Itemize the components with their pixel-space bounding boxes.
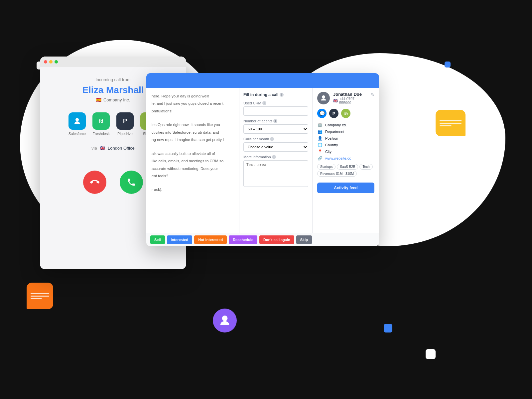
position-field: 👤 Position [317, 136, 374, 141]
chat-line-2: le, and I just saw you guys closed a rec… [152, 100, 234, 106]
call-actions [83, 171, 143, 194]
city-value: City [325, 150, 332, 154]
sell-button[interactable]: Sell [150, 235, 165, 244]
shopify-contact-icon[interactable]: 🛍 [341, 109, 350, 118]
company-name: Company Inc. [103, 97, 130, 102]
bubble-line [440, 125, 452, 126]
flag-icon: 🌐 [317, 143, 323, 147]
chat-line-11: r ask). [152, 187, 234, 193]
integration-salesforce[interactable]: Salesforce [68, 112, 86, 136]
country-value: Country [325, 143, 338, 147]
chat-line-4: les Ops role right now. It sounds like y… [152, 122, 234, 128]
chat-line-7: alk was actually built to alleviate all … [152, 151, 234, 157]
crm-body: here. Hope your day is going well! le, a… [146, 88, 379, 233]
chat-line-9: accurate without monitoring. Does your [152, 166, 234, 172]
accept-button[interactable] [120, 171, 143, 194]
tag-saas: SaaS B2B [337, 164, 358, 170]
contact-info: Jonathan Doe 🇬🇧 +44 0797 555999 [333, 92, 367, 105]
website-field: 🔗 www.website.cc [317, 156, 374, 161]
department-field: 👥 Department [317, 129, 374, 134]
chat-line-5: ctivities into Salesforce, scrub data, a… [152, 129, 234, 135]
calls-select[interactable]: Choose a value [243, 142, 308, 152]
more-info-label: More information i [243, 155, 308, 159]
skip-button[interactable]: Skip [296, 235, 312, 244]
info-icon-crm: i [262, 101, 266, 105]
pipedrive-icon: P [116, 112, 134, 130]
company-value: Company ltd. [325, 123, 347, 127]
agents-label: Number of agents i [243, 119, 308, 123]
agents-select[interactable]: 50 – 100 [243, 124, 308, 134]
country-field: 🌐 Country [317, 143, 374, 147]
company-flag: 🇪🇸 [96, 97, 101, 102]
user-avatar-circle [213, 309, 237, 332]
social-icons-row: 💬 P 🛍 [317, 109, 374, 118]
bubble-line [31, 293, 49, 294]
decline-button[interactable] [83, 171, 106, 194]
incoming-label: Incoming call from [95, 77, 130, 82]
more-info-textarea[interactable] [243, 160, 308, 187]
deco-square-3 [466, 90, 475, 99]
freshdesk-label: Freshdesk [92, 132, 109, 136]
minimize-dot [49, 60, 53, 64]
chat-bubble-orange [27, 283, 53, 309]
interested-button[interactable]: Interested [167, 235, 193, 244]
tags-row: Startups SaaS B2B Tech Revenues $1M - $1… [317, 164, 374, 177]
calls-label: Calls per month i [243, 137, 308, 141]
crm-window: here. Hope your day is going well! le, a… [146, 73, 379, 246]
integration-freshdesk[interactable]: fd Freshdesk [92, 112, 110, 136]
link-icon: 🔗 [317, 156, 323, 161]
messenger-icon[interactable]: 💬 [317, 109, 327, 118]
activity-feed-button[interactable]: Activity feed [317, 183, 374, 193]
website-value: www.website.cc [325, 156, 351, 160]
reschedule-button[interactable]: Reschedule [229, 235, 257, 244]
contact-name: Jonathan Doe [333, 92, 367, 97]
used-crm-label: Used CRM i [243, 101, 308, 105]
via-row: via 🇬🇧 London Office [91, 146, 134, 151]
used-crm-input[interactable] [243, 106, 308, 116]
svg-point-0 [75, 118, 79, 121]
chat-panel: here. Hope your day is going well! le, a… [146, 88, 239, 233]
caller-name: Eliza Marshall [82, 85, 144, 95]
svg-point-1 [322, 95, 325, 98]
integration-pipedrive[interactable]: P Pipedrive [116, 112, 134, 136]
phone-titlebar [40, 57, 186, 67]
freshdesk-icon: fd [92, 112, 110, 130]
department-icon: 👥 [317, 129, 323, 134]
city-icon: 📍 [317, 149, 323, 154]
bubble-lines-orange [27, 293, 53, 299]
chat-bubble-yellow [436, 110, 466, 136]
bubble-lines-yellow [436, 120, 466, 126]
chat-line-1: here. Hope your day is going well! [152, 93, 234, 99]
chat-line-6: ng new reps. I imagine that can get pret… [152, 137, 234, 143]
tag-revenue: Revenues $1M - $10M [317, 171, 357, 177]
fill-title: Fill in during a call i [243, 92, 308, 97]
building-icon: 🏢 [317, 123, 323, 127]
chat-line-3: pratulations! [152, 108, 234, 114]
contact-phone: 🇬🇧 +44 0797 555999 [333, 97, 367, 105]
company-row: 🇪🇸 Company Inc. [96, 97, 130, 102]
info-icon: i [280, 93, 284, 97]
city-field: 📍 City [317, 149, 374, 154]
office-flag: 🇬🇧 [100, 146, 105, 151]
contact-header: Jonathan Doe 🇬🇧 +44 0797 555999 ✎ [317, 92, 374, 105]
bubble-line [440, 123, 462, 124]
pipedrive-contact-icon[interactable]: P [329, 109, 338, 118]
contact-panel: Jonathan Doe 🇬🇧 +44 0797 555999 ✎ 💬 P 🛍 … [313, 88, 379, 233]
position-icon: 👤 [317, 136, 323, 141]
not-interested-button[interactable]: Not interested [194, 235, 227, 244]
fill-panel: Fill in during a call i Used CRM i Numbe… [239, 88, 313, 233]
info-icon-calls: i [270, 137, 274, 141]
bubble-line [31, 298, 42, 299]
deco-square-5 [426, 349, 436, 359]
position-value: Position [325, 136, 338, 140]
dont-call-button[interactable]: Don't call again [259, 235, 294, 244]
contact-avatar [317, 92, 330, 104]
chat-line-10: ent tools? [152, 173, 234, 179]
edit-contact-icon[interactable]: ✎ [370, 92, 374, 97]
company-field: 🏢 Company ltd. [317, 123, 374, 127]
crm-footer: Sell Interested Not interested Reschedul… [146, 233, 379, 246]
via-label: via [91, 146, 97, 151]
contact-flag: 🇬🇧 [333, 99, 338, 103]
salesforce-label: Salesforce [68, 132, 86, 136]
bubble-line [31, 296, 49, 297]
